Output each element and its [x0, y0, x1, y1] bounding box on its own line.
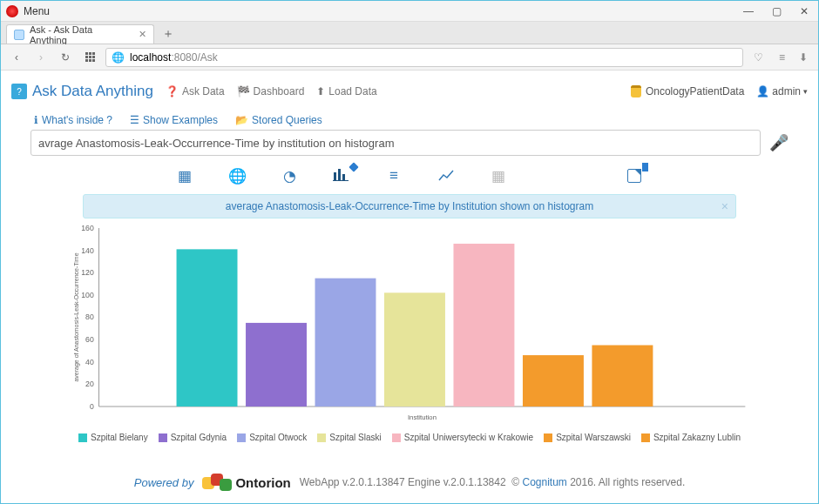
cognitum-link[interactable]: Cognitum — [522, 476, 566, 488]
legend-swatch-icon — [237, 433, 246, 442]
window-maximize-button[interactable]: ▢ — [762, 1, 790, 22]
svg-rect-3 — [333, 180, 349, 181]
legend-label: Szpital Otwock — [249, 433, 307, 442]
ontorion-text: Ontorion — [235, 475, 290, 490]
page-footer: Powered by Ontorion WebApp v.2.0.1.13847… — [11, 461, 808, 503]
viz-toolbar: ▦ 🌐 ◔ ≡ ▦ — [30, 161, 789, 191]
link-stored-queries[interactable]: 📂 Stored Queries — [235, 114, 322, 126]
nav-back-button[interactable]: ‹ — [8, 49, 25, 66]
nav-dashboard[interactable]: 🏁 Dashboard — [237, 85, 305, 97]
browser-navbar: ‹ › ↻ 🌐 localhost:8080/Ask ♡ ≡ ⬇ — [1, 44, 818, 71]
nav-forward-button[interactable]: › — [32, 49, 50, 66]
query-input[interactable] — [30, 130, 761, 156]
chart-legend: Szpital BielanySzpital GdyniaSzpital Otw… — [65, 433, 754, 442]
nav-load-data[interactable]: ⬆ Load Data — [316, 85, 376, 97]
bar-chart-icon — [333, 167, 350, 185]
ontorion-logo[interactable]: Ontorion — [202, 474, 290, 491]
browser-tabstrip: Ask - Ask Data Anything ✕ ＋ — [1, 22, 818, 44]
svg-rect-0 — [334, 172, 336, 180]
database-icon — [631, 85, 641, 97]
nav-ask-data[interactable]: ❓ Ask Data — [166, 85, 225, 97]
nav-reload-button[interactable]: ↻ — [57, 49, 74, 66]
chart-area: 020406080100120140160average of Anastomo… — [65, 224, 754, 442]
banner-close-button[interactable]: × — [721, 199, 728, 213]
bookmark-tag-icon — [642, 163, 648, 171]
speed-dial-button[interactable] — [81, 49, 98, 66]
globe-icon: 🌐 — [112, 51, 125, 64]
chevron-down-icon: ▾ — [803, 87, 808, 96]
legend-label: Szpital Slaski — [329, 433, 381, 442]
user-menu[interactable]: 👤 admin ▾ — [756, 85, 808, 97]
view-table-button[interactable]: ▦ — [174, 165, 195, 186]
new-tab-button[interactable]: ＋ — [158, 24, 179, 44]
link-whats-inside[interactable]: ℹ What's inside ? — [34, 114, 112, 126]
info-icon: ℹ — [34, 114, 38, 126]
bookmark-heart-button[interactable]: ♡ — [750, 51, 766, 64]
legend-item[interactable]: Szpital Gdynia — [159, 433, 227, 442]
grid-icon — [85, 52, 95, 62]
view-histogram-button[interactable] — [331, 165, 352, 186]
question-icon: ❓ — [166, 85, 179, 97]
svg-rect-16 — [177, 249, 238, 407]
legend-item[interactable]: Szpital Zakazny Lublin — [641, 433, 741, 442]
svg-text:60: 60 — [85, 335, 94, 344]
downloads-button[interactable]: ⬇ — [795, 51, 811, 64]
svg-text:20: 20 — [85, 380, 94, 388]
interpretation-banner: average Anastomosis-Leak-Occurrence-Time… — [83, 194, 736, 218]
banner-text: average Anastomosis-Leak-Occurrence-Time… — [226, 200, 593, 212]
legend-item[interactable]: Szpital Bielany — [78, 433, 148, 442]
view-pie-button[interactable]: ◔ — [279, 165, 300, 186]
svg-text:140: 140 — [81, 245, 94, 254]
legend-swatch-icon — [641, 433, 650, 442]
svg-text:160: 160 — [81, 224, 94, 232]
url-path: :8080/Ask — [171, 51, 217, 64]
upload-icon: ⬆ — [316, 85, 325, 97]
save-note-button[interactable] — [624, 165, 645, 186]
legend-label: Szpital Bielany — [91, 433, 148, 442]
legend-item[interactable]: Szpital Slaski — [317, 433, 381, 442]
list-icon: ☰ — [130, 114, 139, 126]
browser-tab[interactable]: Ask - Ask Data Anything ✕ — [6, 24, 154, 44]
legend-item[interactable]: Szpital Otwock — [237, 433, 307, 442]
microphone-button[interactable]: 🎤 — [769, 133, 789, 152]
svg-rect-20 — [453, 244, 514, 407]
svg-text:average of Anastomosis-Leak-Oc: average of Anastomosis-Leak-Occurrence-T… — [74, 252, 81, 381]
legend-swatch-icon — [392, 433, 401, 442]
legend-swatch-icon — [78, 433, 87, 442]
footer-version-text: WebApp v.2.0.1.13847 Engine v.2.0.1.1384… — [300, 476, 686, 488]
histogram-chart: 020406080100120140160average of Anastomo… — [65, 224, 754, 428]
active-indicator-icon — [349, 162, 358, 171]
svg-rect-2 — [342, 174, 345, 180]
legend-label: Szpital Warszawski — [556, 433, 631, 442]
app-brand[interactable]: ? Ask Data Anything — [11, 83, 153, 100]
brand-text: Ask Data Anything — [32, 83, 153, 100]
svg-rect-17 — [246, 323, 307, 407]
window-close-button[interactable]: ✕ — [790, 1, 818, 22]
view-line-button[interactable] — [436, 165, 457, 186]
svg-rect-19 — [384, 292, 445, 407]
datasource-selector[interactable]: OncologyPatientData — [631, 85, 744, 97]
tab-title: Ask - Ask Data Anything — [30, 24, 132, 45]
sidebar-toggle-button[interactable]: ≡ — [773, 51, 789, 64]
svg-text:120: 120 — [81, 268, 94, 277]
legend-item[interactable]: Szpital Warszawski — [544, 433, 631, 442]
svg-text:100: 100 — [81, 291, 94, 299]
address-bar[interactable]: 🌐 localhost:8080/Ask — [105, 48, 743, 67]
svg-text:80: 80 — [85, 312, 94, 321]
app-navbar: ? Ask Data Anything ❓ Ask Data 🏁 Dashboa… — [11, 77, 808, 105]
window-menu-label[interactable]: Menu — [24, 5, 734, 17]
view-list-button[interactable]: ≡ — [383, 165, 404, 186]
view-calendar-button[interactable]: ▦ — [488, 165, 509, 186]
svg-text:0: 0 — [90, 402, 94, 411]
tab-close-button[interactable]: ✕ — [139, 29, 146, 40]
legend-label: Szpital Gdynia — [171, 433, 227, 442]
view-map-button[interactable]: 🌐 — [227, 165, 247, 186]
svg-rect-1 — [338, 169, 341, 180]
window-minimize-button[interactable]: — — [734, 1, 762, 22]
legend-swatch-icon — [317, 433, 326, 442]
opera-logo-icon — [6, 5, 18, 17]
legend-item[interactable]: Szpital Uniwersytecki w Krakowie — [392, 433, 533, 442]
legend-swatch-icon — [159, 433, 167, 442]
window-titlebar: Menu — ▢ ✕ — [1, 1, 818, 22]
link-show-examples[interactable]: ☰ Show Examples — [130, 114, 218, 126]
